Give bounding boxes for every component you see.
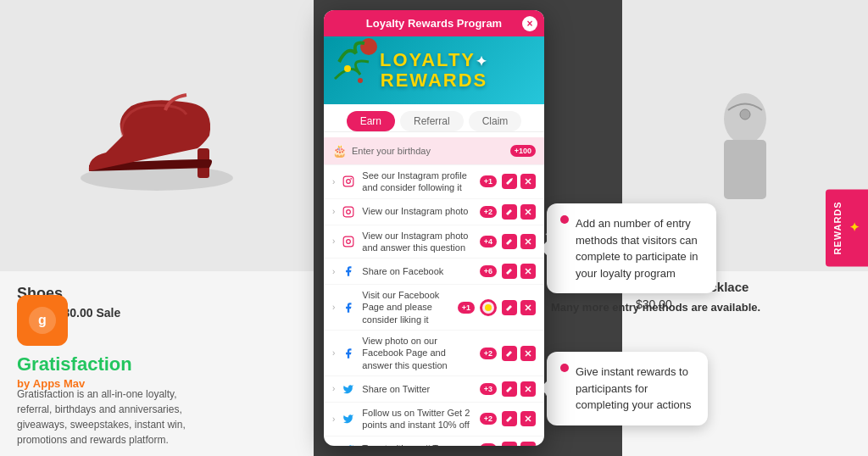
- christmas-decoration: [331, 36, 381, 104]
- chevron-icon: ›: [332, 177, 335, 186]
- rewards-tab[interactable]: ✦ REWARDS: [826, 189, 868, 266]
- entry-label: View our Instagram photo and answer this…: [362, 230, 474, 254]
- twitter-share-icon: [340, 381, 357, 398]
- modal-title: Loyalty Rewards Program: [366, 17, 502, 30]
- modal-banner: LOYALTY✦ REWARDS: [324, 36, 544, 104]
- svg-point-12: [351, 178, 353, 180]
- delete-button[interactable]: [520, 411, 536, 426]
- tooltip-entry-methods: Add an number of entry methods that visi…: [547, 203, 716, 293]
- facebook-photo-icon: [340, 345, 357, 362]
- delete-button[interactable]: [520, 174, 536, 189]
- list-item[interactable]: › See our Instagram profile and consider…: [324, 165, 544, 199]
- delete-button[interactable]: [520, 300, 536, 315]
- tab-referral[interactable]: Referral: [400, 111, 464, 131]
- tooltip-2-text: Give instant rewards to participants for…: [576, 364, 694, 414]
- rewards-star-icon: ✦: [848, 220, 861, 235]
- chevron-icon: ›: [332, 267, 335, 276]
- points-badge: +1: [458, 302, 475, 314]
- instagram-answer-icon: [340, 233, 357, 250]
- brand-description: Gratisfaction is an all-in-one loyalty, …: [17, 386, 186, 448]
- entry-label: Share on Twitter: [362, 383, 474, 395]
- svg-rect-5: [724, 140, 766, 199]
- svg-point-8: [344, 65, 351, 72]
- instagram-icon: [340, 173, 357, 190]
- instagram-photo-icon: [340, 203, 357, 220]
- svg-point-11: [347, 180, 351, 184]
- tab-earn[interactable]: Earn: [347, 111, 395, 131]
- svg-point-7: [360, 38, 377, 55]
- points-badge: +2: [480, 413, 497, 425]
- tab-claim[interactable]: Claim: [469, 111, 522, 131]
- entry-label: View our Instagram photo: [362, 205, 474, 217]
- list-item[interactable]: › Tweet with our # Tags +6: [324, 437, 544, 446]
- svg-point-9: [358, 78, 363, 83]
- brand-logo-icon: g: [27, 305, 58, 336]
- delete-button[interactable]: [520, 381, 536, 397]
- list-item[interactable]: › Visit our Facebook Page and please con…: [324, 285, 544, 331]
- delete-button[interactable]: [520, 204, 536, 220]
- list-item[interactable]: › Share on Facebook +6: [324, 259, 544, 285]
- entry-actions: [502, 234, 536, 249]
- list-item[interactable]: › Share on Twitter +3: [324, 376, 544, 403]
- birthday-text: Enter your birthday: [352, 146, 505, 156]
- tooltip-dot-icon: [560, 215, 569, 224]
- entry-actions: [502, 411, 536, 426]
- delete-button[interactable]: [520, 234, 536, 249]
- radio-circle[interactable]: [480, 299, 497, 316]
- edit-button[interactable]: [502, 442, 517, 446]
- entry-label: Visit our Facebook Page and please consi…: [362, 289, 452, 325]
- edit-button[interactable]: [502, 346, 517, 361]
- modal-content[interactable]: 🎂 Enter your birthday +100 › See our Ins…: [324, 132, 544, 446]
- delete-button[interactable]: [520, 442, 536, 446]
- tooltip-instant-rewards: Give instant rewards to participants for…: [547, 352, 708, 425]
- points-badge: +2: [480, 348, 497, 359]
- points-badge: +2: [480, 206, 497, 218]
- shoe-image: [72, 59, 242, 212]
- facebook-like-icon: [340, 299, 357, 316]
- loyalty-brand-text: LOYALTY✦ REWARDS: [380, 50, 488, 91]
- twitter-follow-icon: [340, 410, 357, 427]
- birthday-icon: 🎂: [332, 144, 347, 158]
- product-image-area: [0, 0, 314, 271]
- list-item[interactable]: › View our Instagram photo and answer th…: [324, 225, 544, 259]
- entry-label: Tweet with our # Tags: [362, 442, 474, 446]
- close-button[interactable]: ×: [522, 16, 537, 31]
- list-item[interactable]: › View our Instagram photo +2: [324, 199, 544, 225]
- rewards-tab-label: REWARDS: [832, 201, 843, 254]
- points-badge: +6: [480, 443, 497, 446]
- edit-button[interactable]: [502, 264, 517, 279]
- entry-label: Follow us on Twitter Get 2 points and in…: [362, 407, 474, 431]
- edit-button[interactable]: [502, 234, 517, 249]
- birthday-row[interactable]: 🎂 Enter your birthday +100: [324, 137, 544, 165]
- entry-actions: [502, 346, 536, 361]
- edit-button[interactable]: [502, 174, 517, 189]
- entry-actions: [502, 204, 536, 220]
- entry-actions: [502, 264, 536, 279]
- svg-point-14: [347, 209, 351, 214]
- chevron-icon: ›: [332, 303, 335, 312]
- entry-actions: [502, 381, 536, 397]
- points-badge: +6: [480, 265, 497, 277]
- svg-text:g: g: [38, 313, 47, 327]
- chevron-icon: ›: [332, 348, 335, 358]
- delete-button[interactable]: [520, 346, 536, 361]
- loyalty-modal: Loyalty Rewards Program × LOYALTY✦ REWAR…: [324, 10, 544, 446]
- chevron-icon: ›: [332, 236, 335, 246]
- chevron-icon: ›: [332, 414, 335, 424]
- left-product-panel: Shoes $40.00 $30.00 Sale g Gratisfaction…: [0, 0, 314, 456]
- edit-button[interactable]: [502, 204, 517, 220]
- list-item[interactable]: › Follow us on Twitter Get 2 points and …: [324, 403, 544, 437]
- edit-button[interactable]: [502, 411, 517, 426]
- entry-label: See our Instagram profile and consider f…: [362, 170, 474, 194]
- list-item[interactable]: › View photo on our Facebook Page and an…: [324, 331, 544, 376]
- points-badge: +4: [480, 236, 497, 247]
- points-badge: +1: [480, 175, 497, 187]
- entry-actions: [502, 300, 536, 315]
- entry-actions: [502, 174, 536, 189]
- edit-button[interactable]: [502, 300, 517, 315]
- edit-button[interactable]: [502, 381, 517, 397]
- brand-badge: g: [17, 295, 68, 346]
- delete-button[interactable]: [520, 264, 536, 279]
- svg-point-16: [347, 240, 351, 244]
- entry-actions: [502, 442, 536, 446]
